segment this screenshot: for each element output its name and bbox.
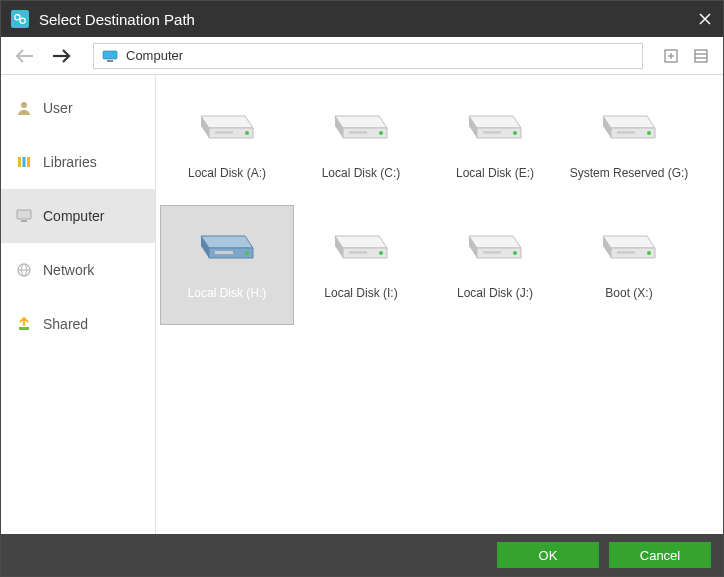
drive-item-c[interactable]: Local Disk (C:) (294, 85, 428, 205)
sidebar-item-label: Shared (43, 316, 88, 332)
sidebar-item-computer[interactable]: Computer (1, 189, 155, 243)
user-icon (15, 99, 33, 117)
sidebar-item-label: Network (43, 262, 94, 278)
svg-rect-48 (215, 251, 233, 254)
drive-item-x[interactable]: Boot (X:) (562, 205, 696, 325)
sidebar: User Libraries Computer Network (1, 75, 156, 534)
svg-rect-6 (103, 51, 117, 59)
svg-point-57 (513, 251, 517, 255)
drive-label: Local Disk (C:) (318, 166, 405, 180)
shared-icon (15, 315, 33, 333)
drive-item-j[interactable]: Local Disk (J:) (428, 205, 562, 325)
drive-label: Local Disk (I:) (320, 286, 401, 300)
svg-rect-28 (215, 131, 233, 134)
svg-point-1 (20, 18, 25, 23)
drive-label: Local Disk (J:) (453, 286, 537, 300)
drive-label: System Reserved (G:) (566, 166, 693, 180)
app-icon (11, 10, 29, 28)
sidebar-item-label: Libraries (43, 154, 97, 170)
svg-rect-11 (695, 50, 707, 62)
drive-item-g[interactable]: System Reserved (G:) (562, 85, 696, 205)
svg-rect-23 (19, 327, 29, 330)
network-icon (15, 261, 33, 279)
drive-label: Local Disk (H:) (184, 286, 271, 300)
window-title: Select Destination Path (39, 11, 687, 28)
svg-rect-17 (27, 157, 30, 167)
drive-item-h[interactable]: Local Disk (H:) (160, 205, 294, 325)
svg-rect-33 (349, 131, 367, 134)
toolbar: Computer (1, 37, 723, 75)
svg-rect-53 (349, 251, 367, 254)
svg-point-47 (245, 251, 249, 255)
drive-label: Local Disk (E:) (452, 166, 538, 180)
svg-marker-54 (469, 236, 521, 248)
svg-marker-34 (469, 116, 521, 128)
svg-point-32 (379, 131, 383, 135)
svg-point-0 (15, 15, 20, 20)
sidebar-item-shared[interactable]: Shared (1, 297, 155, 351)
svg-point-62 (647, 251, 651, 255)
titlebar: Select Destination Path (1, 1, 723, 37)
cancel-button[interactable]: Cancel (609, 542, 711, 568)
svg-marker-44 (201, 236, 253, 248)
sidebar-item-user[interactable]: User (1, 81, 155, 135)
drive-label: Local Disk (A:) (184, 166, 270, 180)
svg-rect-16 (23, 157, 26, 167)
drive-item-i[interactable]: Local Disk (I:) (294, 205, 428, 325)
content-area: Local Disk (A:) Local Disk (C:) Local Di… (156, 75, 723, 534)
svg-point-52 (379, 251, 383, 255)
drive-item-e[interactable]: Local Disk (E:) (428, 85, 562, 205)
drive-label: Boot (X:) (601, 286, 656, 300)
address-bar[interactable]: Computer (93, 43, 643, 69)
ok-button[interactable]: OK (497, 542, 599, 568)
computer-icon (102, 50, 118, 62)
nav-forward-button[interactable] (47, 42, 75, 70)
sidebar-item-label: Computer (43, 208, 104, 224)
close-button[interactable] (687, 1, 723, 37)
svg-rect-58 (483, 251, 501, 254)
svg-point-14 (21, 102, 27, 108)
svg-rect-7 (107, 60, 113, 62)
svg-point-42 (647, 131, 651, 135)
computer-icon (15, 207, 33, 225)
svg-rect-19 (21, 220, 27, 222)
nav-back-button[interactable] (11, 42, 39, 70)
svg-rect-15 (18, 157, 21, 167)
sidebar-item-label: User (43, 100, 73, 116)
drive-item-a[interactable]: Local Disk (A:) (160, 85, 294, 205)
svg-rect-43 (617, 131, 635, 134)
footer: OK Cancel (1, 534, 723, 576)
new-folder-button[interactable] (659, 44, 683, 68)
svg-rect-38 (483, 131, 501, 134)
view-list-button[interactable] (689, 44, 713, 68)
svg-marker-39 (603, 116, 655, 128)
svg-rect-63 (617, 251, 635, 254)
svg-marker-49 (335, 236, 387, 248)
libraries-icon (15, 153, 33, 171)
svg-marker-59 (603, 236, 655, 248)
svg-rect-18 (17, 210, 31, 219)
svg-point-37 (513, 131, 517, 135)
sidebar-item-libraries[interactable]: Libraries (1, 135, 155, 189)
svg-marker-24 (201, 116, 253, 128)
address-path: Computer (126, 48, 183, 63)
svg-marker-29 (335, 116, 387, 128)
svg-point-27 (245, 131, 249, 135)
sidebar-item-network[interactable]: Network (1, 243, 155, 297)
